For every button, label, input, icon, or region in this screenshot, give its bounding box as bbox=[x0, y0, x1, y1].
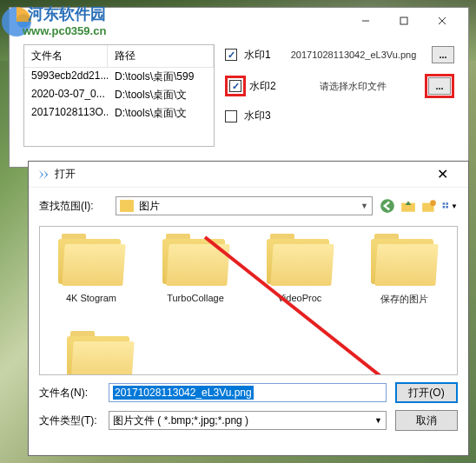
up-folder-icon[interactable] bbox=[400, 198, 416, 214]
dialog-close-button[interactable]: ✕ bbox=[425, 162, 459, 187]
watermark2-file: 请选择水印文件 bbox=[288, 80, 418, 93]
filetype-select[interactable]: 图片文件 ( *.bmp;*.jpg;*.png ) ▼ bbox=[109, 411, 387, 430]
folder-icon bbox=[161, 234, 230, 288]
svg-rect-1 bbox=[400, 17, 407, 24]
site-url: www.pc0359.cn bbox=[23, 24, 106, 37]
folder-item[interactable]: 保存的图片 bbox=[360, 234, 448, 306]
new-folder-icon[interactable] bbox=[421, 198, 437, 214]
dialog-title: 打开 bbox=[55, 167, 425, 182]
watermark1-file: 20171028113042_eL3Vu.png bbox=[282, 50, 425, 60]
svg-point-7 bbox=[430, 200, 436, 206]
lookin-value: 图片 bbox=[139, 199, 360, 214]
filename-label: 文件名(N): bbox=[39, 386, 100, 400]
lookin-combo[interactable]: 图片 ▼ bbox=[116, 196, 373, 215]
svg-point-4 bbox=[380, 199, 394, 213]
site-watermark: 河东软件园 www.pc0359.cn bbox=[0, 0, 156, 43]
dialog-icon bbox=[37, 169, 50, 181]
svg-rect-11 bbox=[446, 206, 448, 208]
watermark1-label: 水印1 bbox=[244, 48, 275, 63]
svg-rect-9 bbox=[446, 202, 448, 205]
table-row[interactable]: 5993ecb2dd21... D:\tools\桌面\599 bbox=[24, 68, 214, 86]
maximize-button[interactable] bbox=[385, 9, 423, 33]
watermark3-checkbox[interactable] bbox=[225, 110, 237, 122]
svg-rect-8 bbox=[443, 202, 446, 205]
folder-item[interactable]: TurboCollage bbox=[151, 234, 240, 303]
watermark2-browse-button[interactable]: ... bbox=[428, 77, 451, 95]
watermark1-browse-button[interactable]: ... bbox=[432, 46, 454, 63]
col-path[interactable]: 路径 bbox=[108, 45, 214, 67]
minimize-button[interactable] bbox=[347, 9, 385, 33]
lookin-label: 查找范围(I): bbox=[39, 199, 109, 214]
col-filename[interactable]: 文件名 bbox=[24, 45, 108, 67]
watermark1-checkbox[interactable] bbox=[225, 49, 237, 61]
folder-icon bbox=[65, 331, 117, 366]
folder-icon bbox=[265, 234, 334, 288]
back-icon[interactable] bbox=[380, 198, 395, 214]
table-row[interactable]: 2020-03-07_0... D:\tools\桌面\文 bbox=[24, 86, 214, 104]
open-button[interactable]: 打开(O) bbox=[395, 382, 458, 403]
close-button[interactable] bbox=[423, 9, 461, 33]
filename-input[interactable]: 20171028113042_eL3Vu.png bbox=[109, 383, 387, 402]
folder-icon bbox=[369, 234, 439, 288]
chevron-down-icon: ▼ bbox=[374, 416, 382, 425]
cancel-button[interactable]: 取消 bbox=[395, 410, 458, 431]
watermark2-label: 水印2 bbox=[249, 79, 281, 94]
folder-icon bbox=[120, 200, 134, 212]
folder-icon bbox=[56, 234, 126, 288]
watermark3-label: 水印3 bbox=[244, 109, 275, 123]
site-name: 河东软件园 bbox=[28, 3, 106, 24]
view-menu-icon[interactable]: ▼ bbox=[442, 198, 458, 214]
folder-item[interactable]: 4K Stogram bbox=[47, 234, 136, 303]
folder-item[interactable] bbox=[47, 331, 136, 371]
open-dialog: 打开 ✕ 查找范围(I): 图片 ▼ ▼ 4K Stogram TurboCol… bbox=[28, 161, 469, 456]
folder-item[interactable]: VideoProc bbox=[255, 234, 344, 303]
filetype-label: 文件类型(T): bbox=[39, 413, 100, 428]
chevron-down-icon: ▼ bbox=[360, 202, 368, 210]
watermark2-checkbox[interactable] bbox=[229, 80, 241, 92]
watermark-panel: 水印1 20171028113042_eL3Vu.png ... 水印2 请选择… bbox=[225, 44, 454, 147]
svg-rect-10 bbox=[443, 206, 446, 208]
file-browser[interactable]: 4K Stogram TurboCollage VideoProc 保存的图片 bbox=[39, 226, 458, 375]
table-row[interactable]: 20171028113O... D:\tools\桌面\文 bbox=[24, 104, 214, 122]
file-list[interactable]: 文件名 路径 5993ecb2dd21... D:\tools\桌面\599 2… bbox=[23, 44, 215, 147]
